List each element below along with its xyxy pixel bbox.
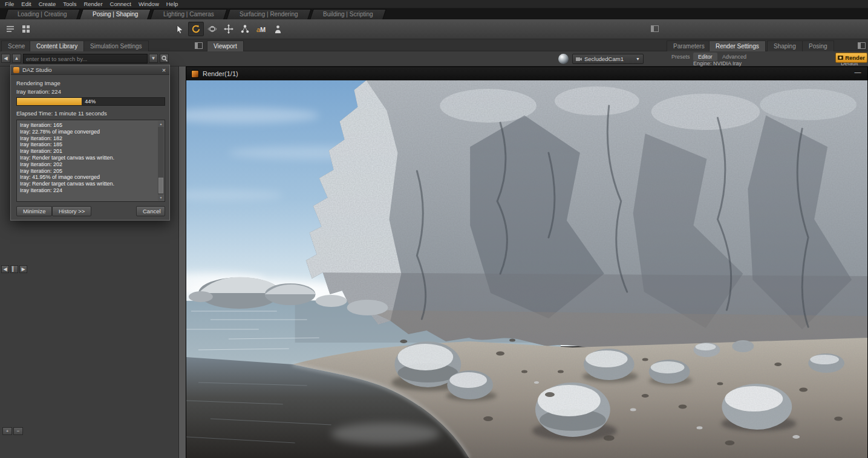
render-window-titlebar[interactable]: Render(1/1) —: [186, 67, 867, 80]
dialog-titlebar[interactable]: DAZ Studio ×: [11, 65, 169, 75]
next-arrow-icon: ▶: [21, 266, 25, 272]
tab-viewport[interactable]: Viewport: [207, 40, 244, 51]
tab-parameters[interactable]: Parameters: [667, 40, 711, 51]
activity-tab-posing-shaping[interactable]: Posing | Shaping: [79, 9, 151, 19]
search-filter-dropdown-button[interactable]: ▼: [149, 54, 158, 63]
viewport-shaded-sphere-icon[interactable]: [558, 54, 569, 64]
pane-tab-row: Scene Content Library Simulation Setting…: [0, 39, 868, 51]
search-button[interactable]: [160, 54, 169, 63]
render-window-icon: [191, 70, 199, 78]
library-up-button[interactable]: ▲: [12, 54, 21, 63]
render-image: [186, 80, 867, 458]
log-scrollbar[interactable]: ▲ ▼: [158, 121, 164, 201]
rotate-tool-button[interactable]: [188, 22, 204, 36]
cursor-icon: [175, 25, 184, 34]
viewport-pane-icon[interactable]: [195, 42, 203, 49]
search-input[interactable]: [23, 54, 148, 63]
log-line: Iray Iteration: 224: [20, 187, 156, 194]
log-line: Iray Iteration: 165: [20, 122, 156, 129]
progress-percent-label: 44%: [85, 98, 96, 105]
orbit-icon: [207, 24, 217, 34]
tab-simulation-settings[interactable]: Simulation Settings: [83, 40, 149, 51]
active-pose-tool-button[interactable]: aM: [253, 22, 269, 36]
remove-button[interactable]: −: [13, 427, 23, 435]
log-scrollbar-thumb[interactable]: [158, 178, 163, 193]
right-pane-icon[interactable]: [858, 42, 866, 49]
search-icon: [162, 56, 168, 62]
prev-arrow-icon: ◀: [3, 266, 7, 272]
menu-edit[interactable]: Edit: [18, 1, 34, 7]
camera-view-icon: [576, 56, 582, 62]
node-selection-tool-button[interactable]: [172, 22, 188, 36]
tab-posing[interactable]: Posing: [802, 40, 834, 51]
svg-text:M: M: [260, 26, 266, 33]
active-pose-icon: aM: [256, 25, 267, 34]
activity-tab-lighting-cameras[interactable]: Lighting | Cameras: [150, 9, 227, 19]
render-progress-bar: 44%: [16, 97, 165, 106]
log-line: Iray: 41.95% of image converged: [20, 174, 156, 181]
activity-tab-loading-creating[interactable]: Loading | Creating: [4, 9, 80, 19]
cancel-button[interactable]: Cancel: [136, 206, 165, 216]
menu-connect[interactable]: Connect: [106, 1, 135, 7]
menu-tools[interactable]: Tools: [59, 1, 80, 7]
history-button[interactable]: History >>: [52, 206, 91, 216]
subtab-editor[interactable]: Editor: [693, 53, 717, 61]
log-line: Iray Iteration: 202: [20, 161, 156, 168]
minimize-button[interactable]: —: [853, 68, 863, 78]
log-line: Iray: Render target canvas was written.: [20, 181, 156, 187]
subtab-advanced[interactable]: Advanced: [717, 53, 751, 61]
page-current-button[interactable]: ▎: [10, 265, 18, 273]
dialog-title: DAZ Studio: [22, 66, 52, 73]
library-back-button[interactable]: ◀: [1, 54, 10, 63]
toolbar-pane-icon[interactable]: [651, 25, 659, 32]
render-button[interactable]: Render: [835, 53, 867, 63]
iteration-label: Iray Iteration: 224: [16, 88, 61, 95]
tab-render-settings[interactable]: Render Settings: [709, 40, 766, 51]
menu-window[interactable]: Window: [135, 1, 163, 7]
page-prev-button[interactable]: ◀: [1, 265, 9, 273]
page-next-button[interactable]: ▶: [19, 265, 27, 273]
up-arrow-icon: ▲: [15, 56, 19, 61]
universal-tool-button[interactable]: [221, 22, 237, 36]
minimize-dialog-button[interactable]: Minimize: [16, 206, 52, 216]
subtab-presets[interactable]: Presets: [667, 53, 695, 61]
render-log-list[interactable]: Iray Iteration: 165 Iray: 22.78% of imag…: [16, 120, 165, 202]
scene-list-button[interactable]: [2, 22, 18, 36]
add-button[interactable]: +: [2, 427, 12, 435]
chevron-down-icon: ▼: [636, 57, 640, 61]
person-icon: [273, 25, 282, 34]
figure-tool-button[interactable]: [270, 22, 286, 36]
menu-create[interactable]: Create: [35, 1, 60, 7]
menu-file[interactable]: File: [1, 1, 18, 7]
log-line: Iray Iteration: 185: [20, 141, 156, 148]
tab-content-library[interactable]: Content Library: [30, 40, 84, 51]
activity-tab-building-scripting[interactable]: Building | Scripting: [310, 9, 387, 19]
move-cross-icon: [224, 24, 233, 34]
elapsed-time-label: Elapsed Time: 1 minute 11 seconds: [16, 110, 107, 117]
nodes-icon: [240, 24, 250, 34]
close-icon[interactable]: ×: [160, 66, 168, 74]
rotate-icon: [191, 24, 201, 34]
list-icon: [5, 24, 15, 34]
activity-tab-surfacing-rendering[interactable]: Surfacing | Rendering: [226, 9, 311, 19]
log-line: Iray: Render target canvas was written.: [20, 155, 156, 161]
pane-options-button[interactable]: [18, 22, 34, 36]
render-window: Render(1/1) —: [186, 66, 868, 458]
orbit-tool-button[interactable]: [204, 22, 220, 36]
tab-shaping[interactable]: Shaping: [767, 40, 803, 51]
chevron-down-icon: ▼: [151, 56, 156, 61]
page-marker-icon: ▎: [12, 266, 16, 272]
menu-help[interactable]: Help: [163, 1, 182, 7]
camera-selector-dropdown[interactable]: SecludedCam1 ▼: [572, 54, 644, 64]
menu-bar: File Edit Create Tools Render Connect Wi…: [0, 0, 868, 8]
log-line: Iray: 22.78% of image converged: [20, 129, 156, 135]
scroll-up-icon[interactable]: ▲: [158, 121, 164, 127]
tab-scene[interactable]: Scene: [1, 40, 31, 51]
render-window-title: Render(1/1): [203, 70, 238, 77]
menu-render[interactable]: Render: [80, 1, 106, 7]
scene-navigator-tool-button[interactable]: [237, 22, 253, 36]
progress-fill: [17, 98, 82, 105]
render-status-label: Rendering Image: [16, 80, 60, 86]
scroll-down-icon[interactable]: ▼: [158, 195, 164, 201]
engine-label: Engine: NVIDIA Iray: [693, 60, 742, 66]
